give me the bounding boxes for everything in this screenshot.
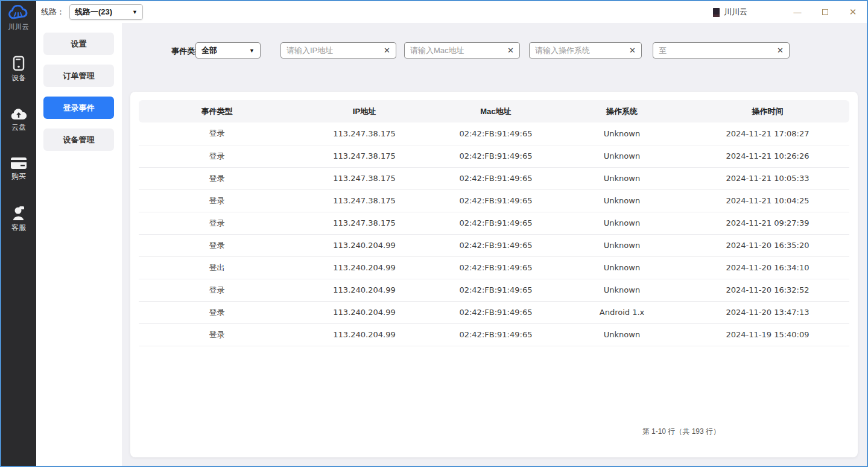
table-cell: 113.240.204.99 <box>295 301 434 323</box>
table-header-row: 事件类型IP地址Mac地址操作系统操作时间 <box>139 100 849 122</box>
table-cell: Unknown <box>558 167 686 189</box>
main-content: 事件类型 全部 ▼ ✕ ✕ ✕ ✕ <box>122 23 867 466</box>
events-card: 事件类型IP地址Mac地址操作系统操作时间 登录113.247.38.17502… <box>130 92 858 457</box>
date-to-filter-field: ✕ <box>653 42 790 59</box>
column-header: 操作时间 <box>686 100 849 122</box>
table-cell: 2024-11-21 17:08:27 <box>686 122 849 145</box>
column-header: 事件类型 <box>139 100 295 122</box>
table-cell: 113.240.204.99 <box>295 256 434 279</box>
window-title: 川川云 <box>724 7 747 17</box>
line-label: 线路： <box>41 7 65 17</box>
minimize-button[interactable]: — <box>784 1 811 23</box>
table-cell: 113.247.38.175 <box>295 145 434 167</box>
table-row: 登录113.240.204.9902:42:FB:91:49:65Unknown… <box>139 323 849 346</box>
maximize-button[interactable] <box>811 1 839 23</box>
table-cell: 02:42:FB:91:49:65 <box>434 279 558 301</box>
table-cell: 2024-11-21 10:04:25 <box>686 189 849 212</box>
table-cell: 登录 <box>139 145 295 167</box>
sidebar-item-cloud-disk[interactable]: 云盘 <box>10 107 27 133</box>
table-row: 登出113.240.204.9902:42:FB:91:49:65Unknown… <box>139 256 849 279</box>
table-cell: 02:42:FB:91:49:65 <box>434 122 558 145</box>
logo-text: 川川云 <box>8 22 30 31</box>
table-cell: Unknown <box>558 145 686 167</box>
cloud-logo-icon <box>8 5 30 22</box>
table-cell: 02:42:FB:91:49:65 <box>434 145 558 167</box>
sidebar-item-device[interactable]: 设备 <box>11 56 26 83</box>
support-icon <box>11 206 26 221</box>
sidebar-item-label: 云盘 <box>11 122 26 133</box>
nav-sidebar: 设置 订单管理 登录事件 设备管理 <box>36 23 122 466</box>
clear-icon[interactable]: ✕ <box>773 46 784 55</box>
sidebar-item-label: 购买 <box>11 171 26 182</box>
events-table: 事件类型IP地址Mac地址操作系统操作时间 登录113.247.38.17502… <box>139 100 849 346</box>
table-cell: 登录 <box>139 189 295 212</box>
sidebar-item-support[interactable]: 客服 <box>11 206 26 233</box>
table-cell: 02:42:FB:91:49:65 <box>434 167 558 189</box>
clear-icon[interactable]: ✕ <box>380 46 390 55</box>
date-to-input[interactable] <box>659 46 773 55</box>
sidebar-item-label: 设备 <box>11 73 26 83</box>
column-header: Mac地址 <box>434 100 558 122</box>
clear-icon[interactable]: ✕ <box>504 46 514 55</box>
table-cell: 2024-11-20 13:47:13 <box>686 301 849 323</box>
app-window-icon <box>713 8 720 17</box>
table-row: 登录113.247.38.17502:42:FB:91:49:65Unknown… <box>139 189 849 212</box>
nav-item-orders[interactable]: 订单管理 <box>43 65 114 87</box>
table-body: 登录113.247.38.17502:42:FB:91:49:65Unknown… <box>139 122 849 346</box>
table-cell: 02:42:FB:91:49:65 <box>434 234 558 256</box>
mac-input[interactable] <box>410 46 504 55</box>
table-row: 登录113.247.38.17502:42:FB:91:49:65Unknown… <box>139 145 849 167</box>
table-cell: 2024-11-19 15:40:09 <box>686 323 849 346</box>
nav-item-settings[interactable]: 设置 <box>43 33 114 55</box>
clear-icon[interactable]: ✕ <box>626 46 636 55</box>
table-cell: Unknown <box>558 189 686 212</box>
table-cell: 02:42:FB:91:49:65 <box>434 256 558 279</box>
line-select-value: 线路一(23) <box>75 7 132 17</box>
titlebar-right: 川川云 — ✕ <box>713 1 867 23</box>
table-cell: Unknown <box>558 323 686 346</box>
pagination-status: 第 1-10 行（共 193 行） <box>130 427 858 437</box>
table-row: 登录113.240.204.9902:42:FB:91:49:65Unknown… <box>139 279 849 301</box>
sidebar-item-label: 客服 <box>11 223 26 233</box>
table-cell: 113.247.38.175 <box>295 212 434 234</box>
sidebar-item-purchase[interactable]: 购买 <box>10 157 27 182</box>
chevron-down-icon: ▼ <box>249 48 255 54</box>
line-select[interactable]: 线路一(23) ▼ <box>69 4 143 20</box>
table-cell: 113.240.204.99 <box>295 323 434 346</box>
ip-input[interactable] <box>287 46 380 55</box>
table-cell: 登录 <box>139 212 295 234</box>
table-cell: 登出 <box>139 256 295 279</box>
table-cell: 02:42:FB:91:49:65 <box>434 189 558 212</box>
table-cell: Unknown <box>558 234 686 256</box>
ip-filter-field: ✕ <box>280 42 396 59</box>
app-window: 川川云 设备 云盘 <box>0 0 868 467</box>
table-row: 登录113.247.38.17502:42:FB:91:49:65Unknown… <box>139 167 849 189</box>
table-cell: 113.247.38.175 <box>295 122 434 145</box>
event-type-value: 全部 <box>201 45 249 56</box>
table-cell: 2024-11-20 16:32:52 <box>686 279 849 301</box>
nav-item-device-management[interactable]: 设备管理 <box>43 129 114 151</box>
cloud-disk-icon <box>10 107 27 121</box>
maximize-icon <box>822 9 828 15</box>
table-cell: 登录 <box>139 167 295 189</box>
table-cell: 2024-11-21 10:05:33 <box>686 167 849 189</box>
close-button[interactable]: ✕ <box>839 1 867 23</box>
table-cell: 登录 <box>139 122 295 145</box>
app-logo: 川川云 <box>8 5 30 31</box>
table-cell: 2024-11-21 10:26:26 <box>686 145 849 167</box>
table-row: 登录113.247.38.17502:42:FB:91:49:65Unknown… <box>139 122 849 145</box>
nav-item-login-events[interactable]: 登录事件 <box>43 97 114 119</box>
table-cell: 113.240.204.99 <box>295 279 434 301</box>
table-cell: 登录 <box>139 301 295 323</box>
os-input[interactable] <box>535 46 626 55</box>
table-cell: 2024-11-20 16:34:10 <box>686 256 849 279</box>
table-cell: Unknown <box>558 256 686 279</box>
app-sidebar: 川川云 设备 云盘 <box>1 1 36 466</box>
table-cell: Unknown <box>558 279 686 301</box>
table-cell: 2024-11-21 09:27:39 <box>686 212 849 234</box>
os-filter-field: ✕ <box>529 42 642 59</box>
mac-filter-field: ✕ <box>404 42 520 59</box>
table-row: 登录113.247.38.17502:42:FB:91:49:65Unknown… <box>139 212 849 234</box>
event-type-select[interactable]: 全部 ▼ <box>195 42 261 59</box>
filter-bar: 事件类型 全部 ▼ ✕ ✕ ✕ ✕ <box>122 23 867 89</box>
